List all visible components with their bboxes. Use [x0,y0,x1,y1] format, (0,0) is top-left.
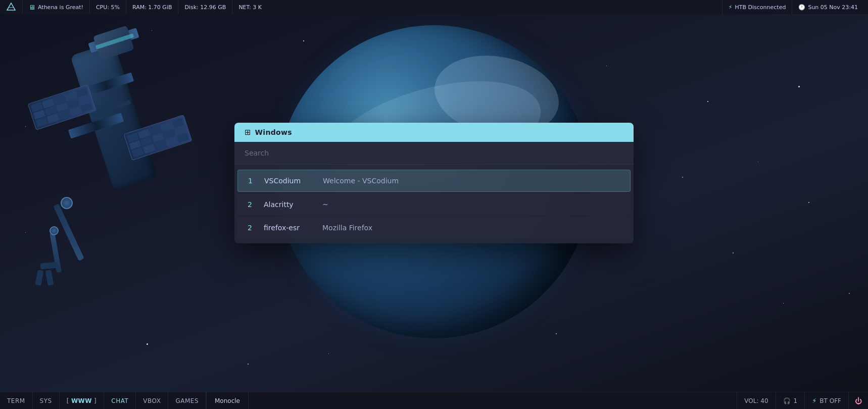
topbar-net: NET: 3 K [232,0,268,14]
bluetooth-control[interactable]: ⚡ BT OFF [804,392,848,409]
cpu-text: CPU: 5% [96,4,120,11]
audio-count: 1 [794,397,798,404]
tag-chat[interactable]: CHAT [104,392,136,409]
power-button[interactable]: ⏻ [848,392,868,409]
window-item-vscodium[interactable]: 1 VSCodium Welcome - VSCodium [237,170,631,192]
topbar-datetime: 🕐 Sun 05 Nov 23:41 [792,0,864,14]
topbar-ram: RAM: 1.70 GiB [126,0,178,14]
ram-text: RAM: 1.70 GiB [132,4,172,11]
vol-label: VOL: 40 [744,397,768,404]
window-app-firefox: firefox-esr [264,224,314,232]
window-title-vscodium: Welcome - VSCodium [323,177,399,185]
tag-www[interactable]: [ WWW ] [60,392,105,409]
window-title-firefox: Mozilla Firefox [322,224,372,232]
plug-icon: ⚡ [729,4,733,11]
topbar-title: 🖥 Athena is Great! [22,0,89,14]
title-text: Athena is Great! [38,4,83,11]
window-list: 1 VSCodium Welcome - VSCodium 2 Alacritt… [234,165,634,243]
modal-header[interactable]: ⊞ Windows [234,123,634,142]
windows-icon: ⊞ [245,128,251,137]
htb-text: HTB Disconnected [735,4,786,11]
tag-sys[interactable]: SYS [33,392,60,409]
bt-icon: ⚡ [812,397,816,404]
topbar-htb: ⚡ HTB Disconnected [722,0,792,14]
tag-vbox[interactable]: VBOX [136,392,168,409]
monitor-icon: 🖥 [29,4,35,11]
net-text: NET: 3 K [238,4,262,11]
topbar-cpu: CPU: 5% [89,0,126,14]
tag-term[interactable]: TERM [0,392,33,409]
tag-games[interactable]: GAMES [168,392,206,409]
layout-monocle[interactable]: Monocle [206,392,249,409]
audio-device[interactable]: 🎧 1 [776,392,805,409]
window-app-alacritty: Alacritty [264,200,314,209]
logo [4,0,18,14]
window-item-alacritty[interactable]: 2 Alacritty ~ [237,194,631,215]
window-num-1: 1 [248,177,256,185]
window-num-2a: 2 [248,200,256,209]
bt-label: BT OFF [819,397,841,404]
datetime-text: Sun 05 Nov 23:41 [808,4,858,11]
topbar-disk: Disk: 12.96 GB [178,0,232,14]
window-num-2b: 2 [248,224,256,232]
clock-icon: 🕐 [798,4,805,11]
window-switcher-modal[interactable]: ⊞ Windows 1 VSCodium Welcome - VSCodium … [234,123,634,243]
modal-overlay: ⊞ Windows 1 VSCodium Welcome - VSCodium … [0,14,868,392]
headphone-icon: 🎧 [783,397,791,404]
search-container[interactable] [234,142,634,165]
search-input[interactable] [234,142,634,164]
disk-text: Disk: 12.96 GB [184,4,226,11]
modal-title: Windows [255,128,292,136]
topbar: 🖥 Athena is Great! CPU: 5% RAM: 1.70 GiB… [0,0,868,14]
window-item-firefox[interactable]: 2 firefox-esr Mozilla Firefox [237,217,631,238]
window-title-alacritty: ~ [322,200,328,209]
bottombar: TERM SYS [ WWW ] CHAT VBOX GAMES Monocle… [0,392,868,409]
volume-control[interactable]: VOL: 40 [737,392,775,409]
power-icon: ⏻ [855,397,862,405]
tag-www-label: WWW [71,397,92,404]
window-app-vscodium: VSCodium [264,177,315,185]
